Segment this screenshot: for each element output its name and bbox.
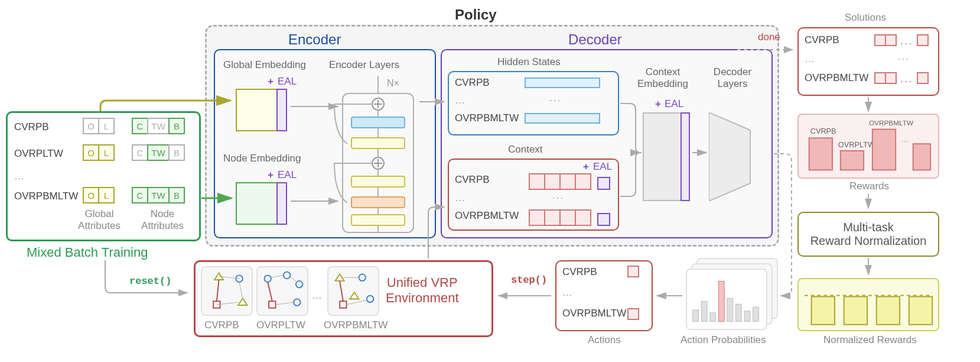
svg-rect-68 <box>877 297 900 325</box>
sol-dots-1: ··· <box>898 53 910 65</box>
svg-marker-25 <box>238 298 247 305</box>
mb-row-3: OVRPBMLTW <box>14 190 78 202</box>
svg-rect-55 <box>753 307 759 321</box>
svg-rect-50 <box>710 313 716 322</box>
svg-point-42 <box>367 296 373 302</box>
reset-arrow <box>99 260 194 296</box>
node-embedding-plus: + <box>268 169 274 181</box>
env-graph-0 <box>201 266 253 316</box>
sol-row-1: … <box>805 53 816 65</box>
solutions-title: Solutions <box>845 12 886 24</box>
hidden-bar-2 <box>525 113 600 127</box>
global-embedding-label: Global Embedding <box>223 59 306 71</box>
context-plus: + <box>583 161 589 173</box>
svg-rect-10 <box>351 138 405 148</box>
svg-rect-61 <box>872 130 896 170</box>
svg-rect-48 <box>693 310 699 321</box>
svg-text:OVRPLTW: OVRPLTW <box>838 140 875 149</box>
global-embedding-eal-block <box>276 89 287 131</box>
decoder-layers-label: Decoder Layers <box>703 66 762 90</box>
mb-row-0: CVRPB <box>14 121 49 133</box>
global-attr-label: Global Attributes <box>76 208 123 232</box>
encoder-layers-diagram: N× <box>331 76 431 235</box>
hidden-bar-0 <box>525 77 600 91</box>
context-label: Context <box>508 144 543 156</box>
mb-row-1-global: OL <box>83 144 113 161</box>
context-embedding-label: Context Embedding <box>633 66 692 90</box>
env-ex-0: CVRPB <box>204 319 239 331</box>
rewards-label: Rewards <box>849 180 889 192</box>
svg-rect-57 <box>809 138 832 170</box>
svg-point-34 <box>294 299 300 305</box>
svg-marker-43 <box>350 292 359 299</box>
actions-box-2 <box>627 308 639 323</box>
context-eal: EAL <box>593 161 612 173</box>
actions-box-0 <box>627 266 639 280</box>
mb-row-3-node: CTWB <box>132 187 184 203</box>
mb-row-1-node: CTWB <box>132 144 184 161</box>
mb-row-0-global: OL <box>83 118 113 134</box>
step-label: step() <box>511 274 547 286</box>
sol-row-2: OVRPBMLTW <box>805 72 868 84</box>
hidden-row-1: … <box>455 95 466 106</box>
svg-rect-66 <box>812 297 835 325</box>
rewards-card: CVRPB OVRPLTW OVRPBMLTW ··· <box>797 114 939 179</box>
sol-boxes-0: ··· <box>874 34 929 50</box>
context-row-0: CVRPB <box>455 174 490 186</box>
sol-boxes-2: ··· <box>874 72 929 88</box>
actions-label: Actions <box>588 334 621 346</box>
svg-rect-67 <box>844 297 867 325</box>
svg-point-41 <box>359 274 366 280</box>
svg-line-35 <box>268 282 272 301</box>
svg-rect-49 <box>701 301 707 321</box>
env-graph-3 <box>327 266 379 316</box>
mb-row-3-global: OL <box>83 187 113 203</box>
actions-row-0: CVRPB <box>562 266 597 278</box>
svg-rect-59 <box>841 151 864 170</box>
context-row-1: … <box>455 192 466 204</box>
context-embedding-eal: EAL <box>665 98 683 110</box>
svg-rect-9 <box>351 117 405 128</box>
svg-line-37 <box>290 276 297 282</box>
policy-title: Policy <box>455 7 497 23</box>
context-embedding-block <box>643 112 683 201</box>
svg-rect-54 <box>744 311 750 321</box>
svg-line-36 <box>271 275 284 277</box>
done-arrow <box>734 44 797 56</box>
context-dots-1: ··· <box>552 192 564 204</box>
mixed-batch-title: Mixed Batch Training <box>27 245 148 260</box>
svg-rect-51 <box>718 281 724 321</box>
decoder-layers-shape <box>709 112 756 201</box>
svg-point-32 <box>284 272 290 279</box>
svg-line-26 <box>217 280 219 301</box>
node-attr-label: Node Attributes <box>136 208 189 232</box>
hidden-dots-1: ··· <box>549 95 561 106</box>
svg-text:N×: N× <box>387 78 399 88</box>
svg-text:CVRPB: CVRPB <box>810 127 836 135</box>
global-embedding-eal: EAL <box>278 76 297 88</box>
context-chips-2 <box>529 209 609 229</box>
hidden-row-0: CVRPB <box>455 77 490 89</box>
env-graph-1 <box>256 266 308 316</box>
svg-marker-40 <box>335 274 344 280</box>
mb-row-0-node: CTWB <box>132 118 184 134</box>
svg-line-46 <box>347 300 367 305</box>
global-embedding-plus: + <box>268 76 274 88</box>
svg-line-28 <box>239 282 243 299</box>
hidden-states-label: Hidden States <box>497 56 561 68</box>
sol-row-0: CVRPB <box>805 34 839 46</box>
svg-text:···: ··· <box>901 137 908 146</box>
node-embedding-eal-block <box>276 182 287 225</box>
node-embedding-eal: EAL <box>278 169 297 181</box>
context-chips-0 <box>529 173 609 193</box>
context-row-2: OVRPBMLTW <box>455 210 519 222</box>
env-ex-2: … <box>312 290 323 302</box>
svg-rect-69 <box>909 297 932 325</box>
svg-rect-11 <box>351 176 405 187</box>
encoder-title: Encoder <box>282 31 347 48</box>
svg-text:OVRPBMLTW: OVRPBMLTW <box>869 119 914 127</box>
norm-rewards-card <box>797 278 939 331</box>
actions-row-1: … <box>562 287 574 299</box>
svg-rect-39 <box>340 301 346 308</box>
reward-norm-box: Multi-task Reward Normalization <box>797 212 939 257</box>
